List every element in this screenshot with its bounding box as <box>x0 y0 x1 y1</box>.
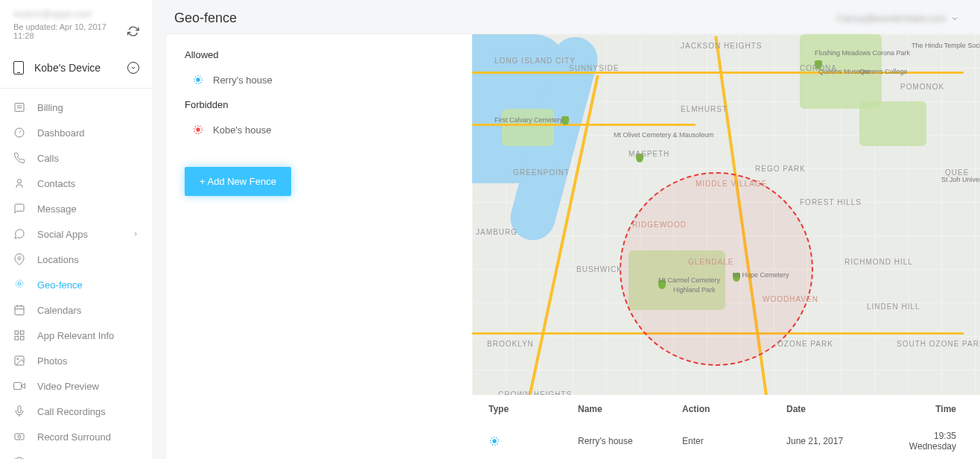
chat-icon <box>13 228 25 240</box>
grid-icon <box>13 329 25 341</box>
svg-rect-14 <box>20 336 24 340</box>
calendar-icon <box>13 304 25 316</box>
content-area: Allowed Rerry's house Forbidden Kobe's h… <box>167 34 980 459</box>
forbidden-header: Forbidden <box>185 99 454 110</box>
nav-app-info[interactable]: App Relevant Info <box>0 323 153 348</box>
device-name: Kobe's Device <box>34 62 101 74</box>
svg-rect-19 <box>14 382 22 389</box>
th-date: Date <box>786 404 891 414</box>
fence-allowed-item[interactable]: Rerry's house <box>185 69 454 99</box>
svg-point-24 <box>197 78 200 81</box>
device-icon <box>13 61 24 75</box>
topbar: Geo-fence Carouy@wondershare.com <box>153 0 980 34</box>
fence-list-panel: Allowed Rerry's house Forbidden Kobe's h… <box>167 34 472 459</box>
row-type-icon <box>489 435 500 447</box>
map-panel: JACKSON HEIGHTS CORONA ELMHURST SUNNYSID… <box>472 34 980 459</box>
forbidden-marker-icon <box>192 124 204 136</box>
device-selector[interactable]: Kobe's Device <box>0 45 153 89</box>
allowed-header: Allowed <box>185 49 454 60</box>
sidebar-header: loukmc@spyar.com Be updated: Apr 10, 201… <box>0 0 153 45</box>
main-content: Geo-fence Carouy@wondershare.com Allowed… <box>153 0 980 459</box>
record-icon <box>13 431 25 443</box>
sidebar: loukmc@spyar.com Be updated: Apr 10, 201… <box>0 0 153 459</box>
nav-screenshots[interactable]: Capture Screenshots <box>0 449 153 459</box>
event-table-row[interactable]: Rerry's house Enter June 21, 2017 19:35 … <box>472 423 980 459</box>
svg-point-26 <box>197 128 200 131</box>
geofence-icon <box>13 279 25 291</box>
message-icon <box>13 203 25 215</box>
device-dropdown-icon <box>127 62 139 74</box>
nav-call-recordings[interactable]: Call Recordings <box>0 399 153 424</box>
page-title: Geo-fence <box>174 10 237 26</box>
billing-icon <box>13 101 25 113</box>
th-action: Action <box>682 404 786 414</box>
last-updated: Be updated: Apr 10, 2017 11:28 <box>13 22 127 40</box>
nav-record-surround[interactable]: Record Surround <box>0 424 153 449</box>
nav-video[interactable]: Video Preview <box>0 373 153 399</box>
fence-forbidden-item[interactable]: Kobe's house <box>185 119 454 149</box>
video-icon <box>13 380 25 392</box>
event-table-header: Type Name Action Date Time <box>472 395 980 423</box>
image-icon <box>13 355 25 367</box>
chevron-down-icon <box>950 14 959 23</box>
svg-point-4 <box>17 180 21 183</box>
svg-point-22 <box>18 435 21 438</box>
nav-calls[interactable]: Calls <box>0 145 153 171</box>
nav-dashboard[interactable]: Dashboard <box>0 120 153 145</box>
nav-calendars[interactable]: Calendars <box>0 297 153 323</box>
fence-circle <box>620 172 813 366</box>
nav-billing[interactable]: Billing <box>0 95 153 120</box>
nav-geofence[interactable]: Geo-fence <box>0 272 153 297</box>
chevron-right-icon <box>132 230 139 238</box>
svg-rect-0 <box>15 104 24 112</box>
nav-locations[interactable]: Locations <box>0 247 153 272</box>
camera-icon <box>13 456 25 459</box>
th-name: Name <box>578 404 682 414</box>
svg-marker-18 <box>22 384 25 389</box>
svg-point-28 <box>493 440 496 443</box>
svg-rect-15 <box>15 336 19 340</box>
nav-contacts[interactable]: Contacts <box>0 171 153 196</box>
map[interactable]: JACKSON HEIGHTS CORONA ELMHURST SUNNYSID… <box>472 34 980 395</box>
nav-photos[interactable]: Photos <box>0 348 153 373</box>
svg-rect-8 <box>15 306 24 315</box>
user-dropdown[interactable]: Carouy@wondershare.com <box>837 13 959 24</box>
svg-rect-21 <box>15 434 24 440</box>
pin-icon <box>13 253 25 265</box>
svg-rect-13 <box>20 331 24 335</box>
svg-rect-12 <box>15 331 19 335</box>
nav-menu: Billing Dashboard Calls Contacts Message… <box>0 89 153 459</box>
account-email: loukmc@spyar.com <box>13 9 139 19</box>
svg-point-5 <box>18 257 21 260</box>
nav-message[interactable]: Message <box>0 196 153 221</box>
th-time: Time <box>891 404 964 414</box>
svg-point-6 <box>18 282 21 285</box>
add-fence-button[interactable]: + Add New Fence <box>185 167 291 196</box>
mic-icon <box>13 405 25 417</box>
svg-point-17 <box>17 358 19 360</box>
dashboard-icon <box>13 127 25 139</box>
phone-icon <box>13 152 25 164</box>
contacts-icon <box>13 177 25 189</box>
nav-social-apps[interactable]: Social Apps <box>0 221 153 247</box>
allowed-marker-icon <box>192 74 204 86</box>
refresh-icon[interactable] <box>127 25 139 37</box>
svg-point-7 <box>16 280 22 287</box>
th-type: Type <box>489 404 578 414</box>
